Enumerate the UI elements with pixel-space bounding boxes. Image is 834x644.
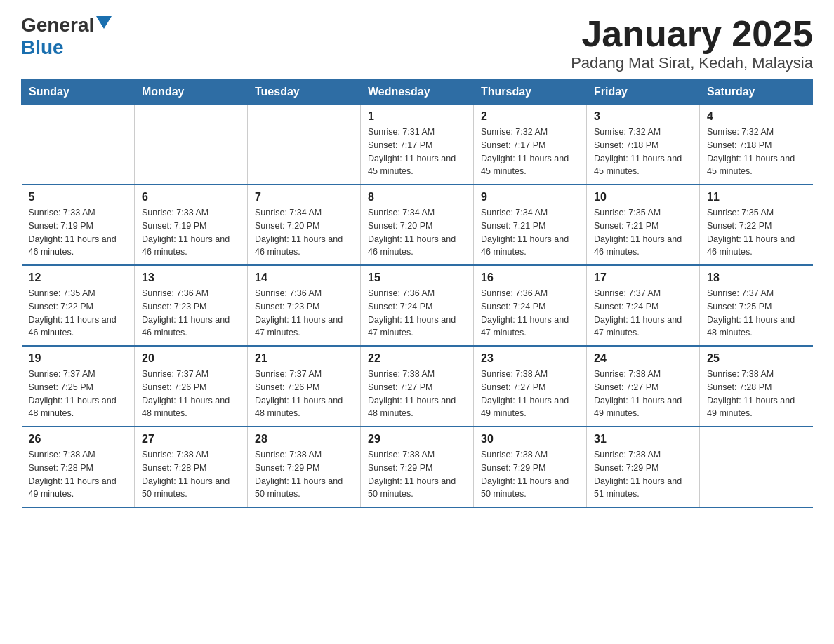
day-info: Sunrise: 7:38 AM Sunset: 7:29 PM Dayligh…	[368, 448, 466, 501]
day-number: 21	[255, 352, 353, 365]
day-cell: 27Sunrise: 7:38 AM Sunset: 7:28 PM Dayli…	[135, 427, 248, 507]
header-day-wednesday: Wednesday	[361, 80, 474, 105]
day-cell: 16Sunrise: 7:36 AM Sunset: 7:24 PM Dayli…	[474, 265, 587, 346]
day-number: 15	[368, 271, 466, 284]
day-info: Sunrise: 7:35 AM Sunset: 7:22 PM Dayligh…	[29, 287, 128, 340]
calendar-body: 1Sunrise: 7:31 AM Sunset: 7:17 PM Daylig…	[22, 105, 813, 508]
day-number: 20	[142, 352, 240, 365]
logo-triangle-icon	[96, 16, 112, 32]
day-number: 24	[594, 352, 692, 365]
calendar-table: SundayMondayTuesdayWednesdayThursdayFrid…	[21, 79, 813, 508]
day-cell: 13Sunrise: 7:36 AM Sunset: 7:23 PM Dayli…	[135, 265, 248, 346]
day-cell: 31Sunrise: 7:38 AM Sunset: 7:29 PM Dayli…	[587, 427, 700, 507]
day-cell	[135, 105, 248, 185]
day-info: Sunrise: 7:36 AM Sunset: 7:24 PM Dayligh…	[481, 287, 579, 340]
day-info: Sunrise: 7:37 AM Sunset: 7:25 PM Dayligh…	[29, 368, 128, 420]
day-cell: 14Sunrise: 7:36 AM Sunset: 7:23 PM Dayli…	[248, 265, 361, 346]
day-cell: 18Sunrise: 7:37 AM Sunset: 7:25 PM Dayli…	[700, 265, 813, 346]
header-row: SundayMondayTuesdayWednesdayThursdayFrid…	[22, 80, 813, 105]
day-number: 29	[368, 433, 466, 445]
day-info: Sunrise: 7:36 AM Sunset: 7:24 PM Dayligh…	[368, 287, 466, 340]
day-cell: 7Sunrise: 7:34 AM Sunset: 7:20 PM Daylig…	[248, 185, 361, 265]
day-info: Sunrise: 7:33 AM Sunset: 7:19 PM Dayligh…	[142, 206, 240, 259]
logo-blue: Blue	[21, 36, 64, 58]
day-number: 26	[29, 433, 128, 445]
day-cell: 23Sunrise: 7:38 AM Sunset: 7:27 PM Dayli…	[474, 346, 587, 427]
day-number: 9	[481, 191, 579, 203]
day-number: 18	[707, 271, 806, 284]
day-info: Sunrise: 7:38 AM Sunset: 7:29 PM Dayligh…	[255, 448, 353, 501]
week-row-3: 12Sunrise: 7:35 AM Sunset: 7:22 PM Dayli…	[22, 265, 813, 346]
day-number: 23	[481, 352, 579, 365]
header-day-friday: Friday	[587, 80, 700, 105]
day-info: Sunrise: 7:32 AM Sunset: 7:18 PM Dayligh…	[594, 126, 692, 178]
day-number: 22	[368, 352, 466, 365]
day-cell: 29Sunrise: 7:38 AM Sunset: 7:29 PM Dayli…	[361, 427, 474, 507]
day-info: Sunrise: 7:38 AM Sunset: 7:29 PM Dayligh…	[481, 448, 579, 501]
week-row-2: 5Sunrise: 7:33 AM Sunset: 7:19 PM Daylig…	[22, 185, 813, 265]
day-cell: 9Sunrise: 7:34 AM Sunset: 7:21 PM Daylig…	[474, 185, 587, 265]
day-cell	[248, 105, 361, 185]
day-number: 11	[707, 191, 806, 203]
day-cell	[22, 105, 135, 185]
day-number: 3	[594, 110, 692, 123]
day-number: 8	[368, 191, 466, 203]
day-cell: 24Sunrise: 7:38 AM Sunset: 7:27 PM Dayli…	[587, 346, 700, 427]
logo: General Blue	[21, 14, 112, 59]
day-cell: 11Sunrise: 7:35 AM Sunset: 7:22 PM Dayli…	[700, 185, 813, 265]
day-info: Sunrise: 7:38 AM Sunset: 7:27 PM Dayligh…	[481, 368, 579, 420]
day-cell: 1Sunrise: 7:31 AM Sunset: 7:17 PM Daylig…	[361, 105, 474, 185]
day-number: 12	[29, 271, 128, 284]
day-number: 4	[707, 110, 806, 123]
header-day-thursday: Thursday	[474, 80, 587, 105]
day-info: Sunrise: 7:36 AM Sunset: 7:23 PM Dayligh…	[142, 287, 240, 340]
day-number: 13	[142, 271, 240, 284]
day-number: 2	[481, 110, 579, 123]
day-info: Sunrise: 7:35 AM Sunset: 7:22 PM Dayligh…	[707, 206, 806, 259]
week-row-4: 19Sunrise: 7:37 AM Sunset: 7:25 PM Dayli…	[22, 346, 813, 427]
day-cell	[700, 427, 813, 507]
calendar-subtitle: Padang Mat Sirat, Kedah, Malaysia	[571, 54, 813, 72]
day-info: Sunrise: 7:38 AM Sunset: 7:29 PM Dayligh…	[594, 448, 692, 501]
day-number: 1	[368, 110, 466, 123]
day-cell: 15Sunrise: 7:36 AM Sunset: 7:24 PM Dayli…	[361, 265, 474, 346]
day-cell: 6Sunrise: 7:33 AM Sunset: 7:19 PM Daylig…	[135, 185, 248, 265]
title-block: January 2025 Padang Mat Sirat, Kedah, Ma…	[571, 14, 813, 72]
day-info: Sunrise: 7:34 AM Sunset: 7:20 PM Dayligh…	[368, 206, 466, 259]
day-cell: 17Sunrise: 7:37 AM Sunset: 7:24 PM Dayli…	[587, 265, 700, 346]
header-day-monday: Monday	[135, 80, 248, 105]
day-info: Sunrise: 7:32 AM Sunset: 7:18 PM Dayligh…	[707, 126, 806, 178]
day-number: 6	[142, 191, 240, 203]
day-info: Sunrise: 7:32 AM Sunset: 7:17 PM Dayligh…	[481, 126, 579, 178]
day-info: Sunrise: 7:37 AM Sunset: 7:24 PM Dayligh…	[594, 287, 692, 340]
day-number: 30	[481, 433, 579, 445]
day-number: 14	[255, 271, 353, 284]
day-number: 5	[29, 191, 128, 203]
day-info: Sunrise: 7:34 AM Sunset: 7:20 PM Dayligh…	[255, 206, 353, 259]
day-cell: 8Sunrise: 7:34 AM Sunset: 7:20 PM Daylig…	[361, 185, 474, 265]
calendar-header: SundayMondayTuesdayWednesdayThursdayFrid…	[22, 80, 813, 105]
day-number: 19	[29, 352, 128, 365]
day-cell: 20Sunrise: 7:37 AM Sunset: 7:26 PM Dayli…	[135, 346, 248, 427]
day-info: Sunrise: 7:31 AM Sunset: 7:17 PM Dayligh…	[368, 126, 466, 178]
day-cell: 25Sunrise: 7:38 AM Sunset: 7:28 PM Dayli…	[700, 346, 813, 427]
day-cell: 10Sunrise: 7:35 AM Sunset: 7:21 PM Dayli…	[587, 185, 700, 265]
day-info: Sunrise: 7:38 AM Sunset: 7:27 PM Dayligh…	[594, 368, 692, 420]
day-info: Sunrise: 7:34 AM Sunset: 7:21 PM Dayligh…	[481, 206, 579, 259]
day-cell: 30Sunrise: 7:38 AM Sunset: 7:29 PM Dayli…	[474, 427, 587, 507]
day-cell: 21Sunrise: 7:37 AM Sunset: 7:26 PM Dayli…	[248, 346, 361, 427]
week-row-1: 1Sunrise: 7:31 AM Sunset: 7:17 PM Daylig…	[22, 105, 813, 185]
day-cell: 3Sunrise: 7:32 AM Sunset: 7:18 PM Daylig…	[587, 105, 700, 185]
day-cell: 26Sunrise: 7:38 AM Sunset: 7:28 PM Dayli…	[22, 427, 135, 507]
header-day-sunday: Sunday	[22, 80, 135, 105]
day-info: Sunrise: 7:37 AM Sunset: 7:26 PM Dayligh…	[142, 368, 240, 420]
day-number: 17	[594, 271, 692, 284]
day-number: 27	[142, 433, 240, 445]
day-cell: 22Sunrise: 7:38 AM Sunset: 7:27 PM Dayli…	[361, 346, 474, 427]
day-info: Sunrise: 7:37 AM Sunset: 7:25 PM Dayligh…	[707, 287, 806, 340]
day-cell: 5Sunrise: 7:33 AM Sunset: 7:19 PM Daylig…	[22, 185, 135, 265]
calendar-title: January 2025	[571, 14, 813, 54]
day-info: Sunrise: 7:35 AM Sunset: 7:21 PM Dayligh…	[594, 206, 692, 259]
day-number: 25	[707, 352, 806, 365]
day-number: 31	[594, 433, 692, 445]
